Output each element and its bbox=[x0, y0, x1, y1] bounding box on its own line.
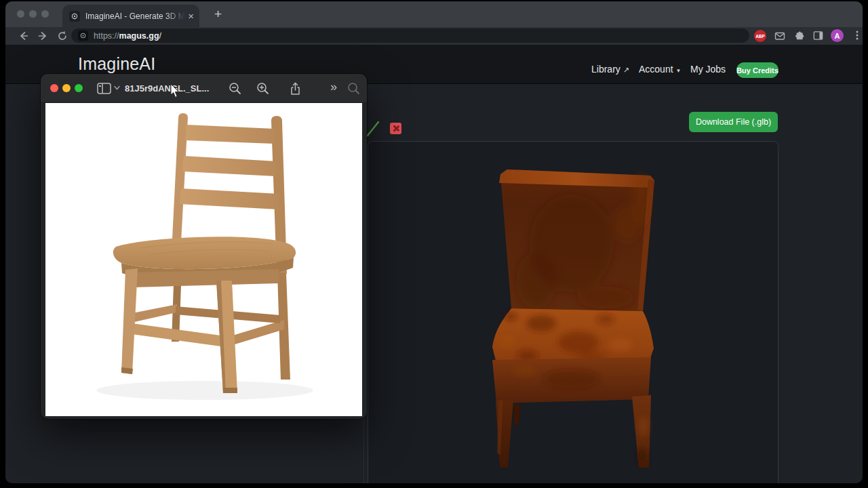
model-viewer-panel[interactable] bbox=[368, 141, 778, 483]
preview-zoom-button[interactable] bbox=[75, 84, 83, 92]
url-path: / bbox=[159, 31, 161, 41]
chevron-down-icon: ▼ bbox=[676, 68, 682, 74]
sidebar-toggle-icon[interactable] bbox=[97, 83, 111, 94]
screen: ImagineAI - Generate 3D Mode × + bbox=[0, 0, 868, 488]
forward-icon[interactable] bbox=[37, 30, 49, 42]
preview-image-area bbox=[45, 103, 362, 416]
download-glb-button[interactable]: Download File (.glb) bbox=[689, 112, 778, 132]
url-protocol: https:// bbox=[94, 31, 119, 41]
preview-title: 81J5r9dANGL._SL... bbox=[125, 83, 214, 94]
preview-titlebar[interactable]: 81J5r9dANGL._SL... bbox=[41, 74, 367, 103]
site-info-icon[interactable] bbox=[78, 30, 88, 41]
extensions-icon[interactable] bbox=[793, 30, 805, 44]
tab-strip: ImagineAI - Generate 3D Mode × + bbox=[5, 1, 863, 27]
window-minimize-button[interactable] bbox=[29, 10, 37, 18]
browser-window: ImagineAI - Generate 3D Mode × + bbox=[5, 1, 863, 483]
share-icon[interactable] bbox=[290, 82, 301, 96]
url-bar[interactable]: https://magus.gg/ bbox=[71, 28, 749, 43]
site-logo: ImagineAI bbox=[78, 54, 155, 74]
adblock-extension-icon[interactable]: ABP bbox=[754, 30, 766, 42]
url-domain: magus.gg bbox=[119, 31, 159, 41]
tab-favicon-icon bbox=[69, 11, 80, 22]
buy-credits-button[interactable]: Buy Credits bbox=[736, 62, 778, 78]
chevron-down-icon[interactable] bbox=[114, 85, 120, 90]
new-tab-button[interactable]: + bbox=[214, 7, 222, 20]
side-panel-icon[interactable] bbox=[812, 30, 824, 44]
nav-my-jobs[interactable]: My Jobs bbox=[690, 64, 726, 75]
external-link-icon: ↗ bbox=[623, 66, 629, 74]
browser-menu-icon[interactable] bbox=[852, 29, 863, 44]
zoom-in-icon[interactable] bbox=[256, 82, 269, 95]
zoom-out-icon[interactable] bbox=[229, 82, 241, 95]
search-icon[interactable] bbox=[347, 82, 360, 95]
window-zoom-button[interactable] bbox=[41, 10, 49, 18]
tab-close-icon[interactable]: × bbox=[188, 11, 194, 21]
preview-minimize-button[interactable] bbox=[62, 84, 71, 92]
preview-close-button[interactable] bbox=[50, 84, 58, 92]
tab-title: ImagineAI - Generate 3D Mode bbox=[85, 12, 185, 21]
preview-window: 81J5r9dANGL._SL... bbox=[41, 74, 367, 419]
generated-3d-chair-model bbox=[368, 142, 778, 483]
back-icon[interactable] bbox=[18, 30, 30, 42]
more-tools-icon[interactable]: » bbox=[330, 80, 337, 94]
browser-avatar[interactable]: A bbox=[831, 29, 844, 42]
reject-x-button[interactable] bbox=[390, 123, 401, 134]
chair-photo bbox=[45, 103, 362, 416]
window-close-button[interactable] bbox=[17, 10, 24, 18]
nav-account[interactable]: Account▼ bbox=[639, 64, 682, 75]
mail-icon[interactable] bbox=[774, 30, 786, 45]
refresh-icon[interactable] bbox=[56, 30, 68, 42]
browser-tab[interactable]: ImagineAI - Generate 3D Mode × bbox=[62, 5, 199, 27]
url-text: https://magus.gg/ bbox=[94, 31, 161, 41]
nav-library[interactable]: Library↗ bbox=[591, 64, 629, 75]
mouse-cursor-icon bbox=[170, 84, 180, 101]
